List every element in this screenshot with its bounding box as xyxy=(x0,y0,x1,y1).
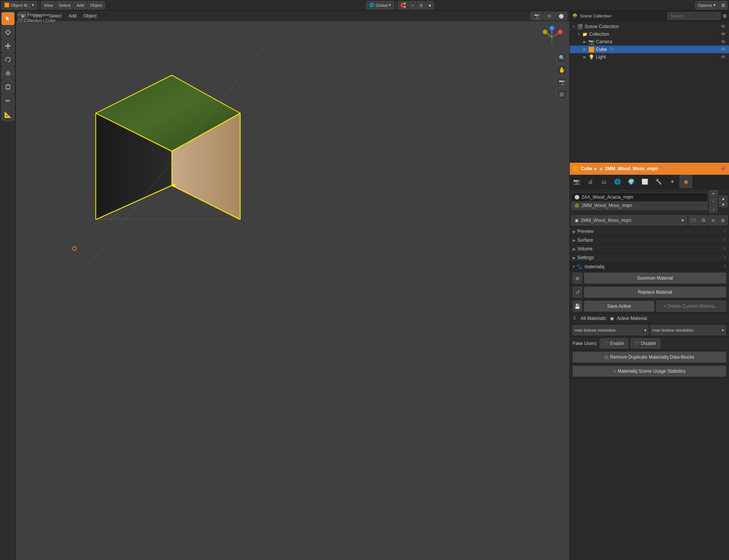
rotate-tool-btn[interactable] xyxy=(2,53,14,66)
shading-btn[interactable]: ● xyxy=(426,1,433,9)
dropdown-icon: ▾ xyxy=(389,3,391,8)
active-mat-texture-dropdown[interactable]: max texture resolution ▾ xyxy=(651,325,726,335)
shield-btn[interactable]: 🛡 xyxy=(689,215,698,225)
summon-material-btn[interactable]: Summon Material xyxy=(584,273,726,283)
tree-scene-collection[interactable]: ▾ 🎬 Scene Collection 👁 xyxy=(570,23,729,30)
scroll-down-btn[interactable]: ▼ xyxy=(719,202,727,207)
particles-tab[interactable]: ✦ xyxy=(666,175,679,188)
summon-icon-btn[interactable]: ⊕ xyxy=(573,273,582,283)
modifier-tab[interactable]: 🔧 xyxy=(652,175,666,188)
tree-collection[interactable]: ▾ 📁 Collection 👁 xyxy=(570,30,729,38)
options-btn[interactable]: Options ▾ xyxy=(695,1,718,9)
viewport-shading-modes[interactable]: ⬤ xyxy=(555,12,567,20)
measure-tool-btn[interactable]: 📐 xyxy=(2,108,14,121)
material-actions: 🛡 ⧉ ✕ ⚙ xyxy=(689,215,727,225)
visibility-icon[interactable]: 👁 xyxy=(721,24,726,30)
scale-tool-btn[interactable] xyxy=(2,67,14,80)
object-menu[interactable]: Object xyxy=(87,1,105,9)
pin-icon[interactable]: 📌 xyxy=(719,166,726,172)
materialiq-header[interactable]: ▾ 🐾 materialiq ⠿ xyxy=(570,262,729,271)
select-tool-btn[interactable] xyxy=(2,12,14,25)
viewport-overlay-icons[interactable]: ⊙ xyxy=(544,12,555,20)
tree-cube[interactable]: ▶ 🟧 Cube 🛡 👁 xyxy=(570,46,729,53)
filter-btn[interactable]: ⊞ xyxy=(719,1,727,9)
transform-tool-btn[interactable] xyxy=(2,81,14,93)
mode-selector[interactable]: 🟧 Object M... ▾ xyxy=(2,1,37,9)
replace-material-btn[interactable]: Replace Material xyxy=(584,287,726,297)
surface-section[interactable]: ▶ Surface ⠿ xyxy=(570,236,729,245)
light-icon: 💡 xyxy=(588,54,594,60)
enable-fake-users-btn[interactable]: 🛡 Enable xyxy=(600,339,628,348)
cube-visibility[interactable]: 👁 xyxy=(721,46,726,52)
volume-section[interactable]: ▶ Volume ⠿ xyxy=(570,245,729,253)
scene-usage-btn[interactable]: ≡ Materialiq Scene Usage Statistics xyxy=(573,366,726,376)
select-menu[interactable]: Select xyxy=(56,1,73,9)
delete-custom-btn[interactable]: × Delete Custom Materia... xyxy=(656,301,726,312)
camera-icon: 📷 xyxy=(588,39,594,45)
replace-icon-btn[interactable]: ↺ xyxy=(573,287,582,297)
annotate-tool-btn[interactable]: ✏ xyxy=(2,94,14,107)
output-props-tab[interactable]: 🖨 xyxy=(583,175,597,188)
add-material-btn[interactable]: + xyxy=(709,190,718,197)
camera-view-btn[interactable]: 📷 xyxy=(556,77,567,87)
viewport-select-menu[interactable]: Select xyxy=(46,13,65,19)
add-menu[interactable]: Add xyxy=(74,1,87,9)
left-toolbar: ✏ 📐 xyxy=(0,11,16,560)
light-visibility[interactable]: 👁 xyxy=(721,54,726,60)
view-layer-tab[interactable]: 🗂 xyxy=(597,175,611,188)
view-menu[interactable]: View xyxy=(41,1,55,9)
move-tool-btn[interactable] xyxy=(2,40,14,52)
outliner-search[interactable] xyxy=(667,12,721,20)
remove-duplicate-btn[interactable]: ⊞ Remove Duplicate Materialiq Data-Block… xyxy=(573,352,726,362)
delete-mat-btn[interactable]: ✕ xyxy=(708,215,718,225)
camera-visibility[interactable]: 👁 xyxy=(721,39,726,45)
material-item-1[interactable]: 2MM_Wood_Moss_mqm xyxy=(572,201,707,210)
viewport-add-menu[interactable]: Add xyxy=(65,13,79,19)
tree-light[interactable]: ▶ 💡 Light 👁 xyxy=(570,53,729,61)
material-scroll: ▲ ▼ xyxy=(719,196,727,207)
material-arrow: ▸ xyxy=(594,166,597,171)
zoom-in-btn[interactable]: 🔍 xyxy=(556,52,567,63)
all-mat-texture-dropdown[interactable]: max texture resolution ▾ xyxy=(573,325,648,335)
world-tab[interactable]: 🌍 xyxy=(624,175,638,188)
snap-btn[interactable]: 🧲 xyxy=(398,1,408,9)
proportional-btn[interactable]: ○ xyxy=(409,1,416,9)
scene-tab[interactable]: 🌐 xyxy=(611,175,624,188)
filter-icon[interactable]: ⊞ xyxy=(723,13,727,19)
outliner: 🌳 Scene Collection ⊞ ▾ 🎬 Scene Collectio… xyxy=(570,11,729,163)
overlay-btn[interactable]: ⊙ xyxy=(417,1,425,9)
viewport-camera-icon[interactable]: 📷 xyxy=(531,12,543,20)
collection-visibility[interactable]: 👁 xyxy=(721,31,726,37)
object-tab[interactable]: ⬜ xyxy=(638,175,652,188)
global-selector[interactable]: 🌐 Global ▾ xyxy=(366,1,394,9)
save-icon-btn[interactable]: 💾 xyxy=(573,301,582,312)
sep2 xyxy=(396,2,396,9)
render-region-btn[interactable]: ⊞ xyxy=(556,89,567,100)
remove-material-btn[interactable]: − xyxy=(709,198,718,205)
material-item-0[interactable]: 2AA_Wood_Acacia_mqm xyxy=(572,193,707,201)
viewport-shading-btn[interactable]: ▶ xyxy=(18,12,29,20)
save-active-btn[interactable]: Save Active xyxy=(584,301,654,312)
disable-fake-users-btn[interactable]: 🛡 Disable xyxy=(631,339,660,348)
tree-camera[interactable]: ▶ 📷 Camera 👁 xyxy=(570,38,729,46)
render-props-tab[interactable]: 📷 xyxy=(570,175,583,188)
preview-arrow: ▶ xyxy=(573,229,576,234)
material-tab[interactable]: ◉ xyxy=(679,175,693,188)
replace-material-row: ↺ Replace Material xyxy=(570,285,729,299)
viewport-object-menu[interactable]: Object xyxy=(81,13,100,19)
pan-btn[interactable]: ✋ xyxy=(556,65,567,75)
outliner-body: ▾ 🎬 Scene Collection 👁 ▾ 📁 Collection 👁 … xyxy=(570,21,729,162)
scroll-up-btn[interactable]: ▲ xyxy=(719,196,727,201)
mat-settings-btn[interactable]: ⚙ xyxy=(718,215,727,225)
settings-section[interactable]: ▶ Settings ⠿ xyxy=(570,253,729,262)
viewport[interactable]: ▶ View Select Add Object 📷 ⊙ ⬤ User Pers… xyxy=(16,11,569,560)
material-selector-btn[interactable]: ◉ 2MM_Wood_Moss_mqm ▾ xyxy=(571,215,687,225)
viewport-view-menu[interactable]: View xyxy=(29,13,45,19)
move-down-btn[interactable]: ↓ xyxy=(709,206,718,212)
nav-gizmo[interactable] xyxy=(540,26,563,49)
cube-container xyxy=(92,56,252,220)
duplicate-mat-btn[interactable]: ⧉ xyxy=(699,215,708,225)
preview-section[interactable]: ▶ Preview ⠿ xyxy=(570,227,729,236)
material-list-row: 2AA_Wood_Acacia_mqm 2MM_Wood_Moss_mqm + … xyxy=(571,190,727,212)
cursor-tool-btn[interactable] xyxy=(2,26,14,39)
